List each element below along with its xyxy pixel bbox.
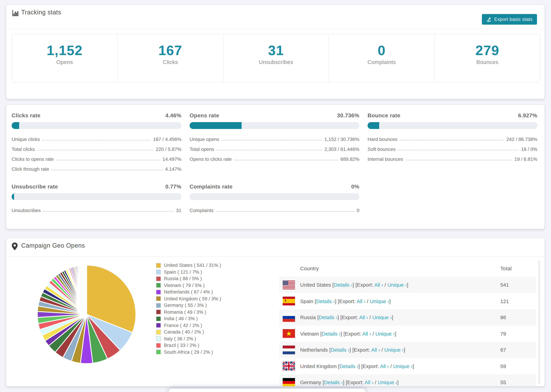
legend-label: Romania ( 49 / 3% ) (164, 309, 206, 315)
country-name: Germany (300, 379, 323, 385)
table-row: United Kingdom [Details ›] [Export: All … (279, 358, 536, 374)
legend-item-spain[interactable]: Spain ( 121 / 7% ) (156, 269, 221, 275)
legend-label: United Kingdom ( 59 / 3% ) (164, 296, 221, 301)
legend-label: France ( 42 / 2% ) (164, 323, 202, 328)
legend-item-italy[interactable]: Italy ( 36 / 2% ) (156, 335, 221, 342)
bracket: [ (338, 363, 339, 369)
legend-item-canada[interactable]: Canada ( 40 / 2% ) (156, 329, 221, 335)
bracket: ] [Export: (353, 282, 374, 288)
dotted-leader (222, 140, 322, 140)
legend-item-france[interactable]: France ( 42 / 2% ) (156, 322, 221, 329)
rate-stats: Hard bounces242 / 86.738%Soft bounces18 … (367, 133, 537, 163)
bar-chart-icon (12, 9, 19, 17)
legend-item-united-states[interactable]: United States ( 541 / 31% ) (156, 262, 221, 269)
rate-stat-value: 242 / 86.738% (506, 136, 537, 143)
separator: / (366, 298, 370, 304)
details-link[interactable]: Details › (319, 315, 338, 320)
legend-label: South Africa ( 29 / 2% ) (164, 350, 213, 355)
export-all-link[interactable]: All › (365, 379, 374, 385)
rate-progress-track (12, 193, 181, 200)
stat-value: 167 (118, 43, 223, 58)
rate-panel-bounce: Bounce rate6.927%Hard bounces242 / 86.73… (367, 112, 537, 163)
rate-stat-label: Total clicks (12, 147, 35, 153)
details-link[interactable]: Details › (334, 282, 353, 288)
stat-value: 31 (223, 43, 329, 58)
rate-stat-label: Clicks to opens rate (12, 156, 54, 163)
rate-header: Clicks rate4.46% (12, 112, 181, 119)
total-cell: 541 (500, 282, 536, 288)
export-all-link[interactable]: All › (371, 347, 380, 353)
rate-stat-value: 4.147% (165, 166, 181, 173)
bracket: ] (395, 331, 396, 336)
export-unique-link[interactable]: Unique › (375, 331, 395, 336)
rate-stats: Unique opens1,152 / 30.736%Total opens2,… (190, 133, 359, 163)
legend-label: India ( 46 / 3% ) (164, 316, 198, 321)
total-cell: 59 (500, 363, 536, 369)
export-all-link[interactable]: All › (380, 363, 389, 369)
table-row: Russia [Details ›] [Export: All › / Uniq… (279, 309, 536, 325)
export-unique-link[interactable]: Unique › (372, 315, 392, 320)
table-row: Vietnam [Details ›] [Export: All › / Uni… (279, 325, 536, 342)
export-all-link[interactable]: All › (362, 331, 371, 336)
legend-swatch (156, 283, 161, 288)
rate-stat-row: Complaints0 (190, 204, 359, 214)
stat-value: 0 (329, 43, 434, 58)
dotted-leader (398, 150, 519, 151)
export-basic-stats-button[interactable]: Export basic stats (482, 14, 537, 25)
bottom-overlay-card (169, 389, 366, 392)
table-scrollbar[interactable] (538, 260, 540, 384)
stat-cell-opens: 1,152Opens (12, 34, 117, 82)
legend-label: Germany ( 55 / 3% ) (164, 303, 207, 308)
legend-item-vietnam[interactable]: Vietnam ( 79 / 5% ) (156, 282, 221, 289)
rate-value: 0% (351, 184, 359, 190)
legend-item-south-africa[interactable]: South Africa ( 29 / 2% ) (156, 349, 221, 355)
export-all-link[interactable]: All › (374, 282, 383, 288)
details-link[interactable]: Details › (322, 331, 340, 336)
stat-cell-unsubscribes: 31Unsubscribes (223, 34, 329, 82)
stat-label: Unsubscribes (223, 59, 329, 65)
rate-value: 4.46% (165, 112, 181, 119)
stats-summary-row: 1,152Opens167Clicks31Unsubscribes0Compla… (12, 34, 540, 83)
details-link[interactable]: Details › (339, 363, 358, 369)
bracket: ] [Export: (338, 315, 359, 320)
legend-swatch (156, 276, 161, 281)
rate-stat-label: Unique opens (190, 136, 219, 143)
export-unique-link[interactable]: Unique › (384, 347, 404, 353)
legend-item-united-kingdom[interactable]: United Kingdom ( 59 / 3% ) (156, 295, 221, 302)
total-cell: 121 (500, 298, 536, 304)
dotted-leader (234, 160, 338, 161)
legend-item-india[interactable]: India ( 46 / 3% ) (156, 315, 221, 322)
rate-stat-row: Unique clicks167 / 4.456% (12, 133, 181, 143)
bracket: [ (320, 331, 322, 336)
export-all-link[interactable]: All › (357, 298, 366, 304)
country-cell: United Kingdom [Details ›] [Export: All … (300, 363, 500, 369)
details-link[interactable]: Details › (331, 347, 349, 353)
rate-stats: Complaints0 (190, 204, 359, 214)
legend-item-russia[interactable]: Russia ( 86 / 5% ) (156, 275, 221, 282)
export-unique-link[interactable]: Unique › (393, 363, 413, 369)
flag-icon-us (283, 280, 295, 289)
legend-item-netherlands[interactable]: Netherlands ( 67 / 4% ) (156, 289, 221, 295)
export-all-link[interactable]: All › (359, 315, 368, 320)
country-cell: Vietnam [Details ›] [Export: All › / Uni… (300, 331, 500, 336)
legend-item-brazil[interactable]: Brazil ( 33 / 2% ) (156, 342, 221, 349)
rate-progress-track (12, 122, 181, 129)
details-link[interactable]: Details › (324, 379, 343, 385)
export-unique-link[interactable]: Unique › (387, 282, 407, 288)
export-unique-link[interactable]: Unique › (378, 379, 397, 385)
details-link[interactable]: Details › (316, 298, 335, 304)
pie-slice-other-40[interactable] (86, 265, 87, 314)
legend-item-germany[interactable]: Germany ( 55 / 3% ) (156, 302, 221, 309)
dotted-leader (37, 150, 153, 151)
flag-icon-de (283, 378, 295, 387)
stat-cell-clicks: 167Clicks (117, 34, 223, 82)
legend-swatch (156, 323, 161, 328)
legend-item-romania[interactable]: Romania ( 49 / 3% ) (156, 309, 221, 315)
export-unique-link[interactable]: Unique › (370, 298, 389, 304)
rate-stat-row: Soft bounces18 / 0% (367, 143, 537, 153)
dashboard: Tracking stats Export basic stats 1,152O… (0, 0, 551, 392)
rate-progress-fill (190, 122, 242, 129)
rate-progress-fill (12, 122, 19, 129)
rate-header: Unsubscribe rate0.77% (12, 184, 181, 190)
legend-swatch (156, 270, 161, 274)
